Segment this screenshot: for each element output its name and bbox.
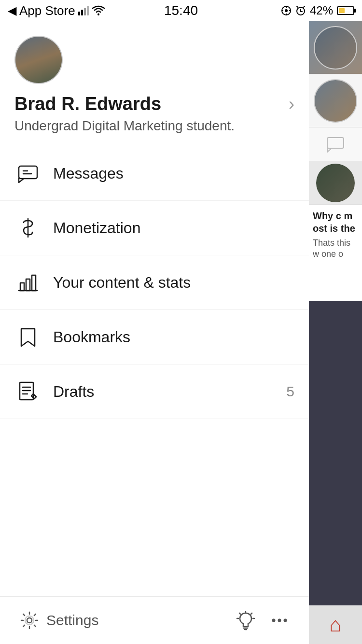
monetization-label: Monetization [53, 219, 140, 237]
svg-rect-18 [26, 279, 30, 291]
wifi-icon [92, 5, 105, 16]
menu-item-content-stats[interactable]: Your content & stats [0, 255, 309, 310]
svg-line-11 [304, 6, 305, 7]
lightbulb-icon[interactable] [236, 610, 256, 630]
right-article-circle [316, 164, 355, 202]
right-panel: Why c most is the Thats this w one o ⌂ [309, 21, 362, 644]
profile-bio: Undergrad Digital Marketing student. [14, 118, 235, 133]
home-icon: ⌂ [329, 613, 341, 636]
svg-line-10 [297, 6, 298, 7]
drawer-panel: Brad R. Edwards › Undergrad Digital Mark… [0, 21, 309, 644]
time-label: 15:40 [164, 3, 198, 18]
bookmarks-label: Bookmarks [53, 328, 130, 346]
profile-name-row: Brad R. Edwards › [14, 94, 294, 114]
svg-point-2 [285, 9, 288, 12]
bottom-bar: Settings [0, 596, 309, 644]
content-stats-label: Your content & stats [53, 274, 191, 292]
avatar[interactable] [14, 36, 63, 84]
drafts-badge: 5 [286, 383, 294, 400]
status-left: ◀ App Store [8, 3, 105, 18]
svg-rect-19 [32, 275, 36, 291]
menu-item-messages[interactable]: Messages [0, 146, 309, 201]
svg-line-31 [239, 613, 240, 614]
carrier-label: App Store [19, 3, 75, 18]
right-avatar-circle-1 [314, 26, 357, 70]
location-icon [281, 5, 292, 16]
right-message-icon [326, 135, 345, 154]
svg-point-35 [284, 619, 287, 622]
settings-label: Settings [46, 612, 98, 629]
menu-item-bookmarks[interactable]: Bookmarks [0, 310, 309, 364]
svg-line-32 [251, 613, 252, 614]
battery-icon [337, 6, 354, 15]
main-content: Brad R. Edwards › Undergrad Digital Mark… [0, 21, 362, 644]
svg-point-24 [27, 618, 32, 623]
svg-rect-12 [19, 166, 37, 179]
profile-name: Brad R. Edwards [14, 94, 161, 114]
svg-point-34 [278, 619, 281, 622]
right-avatar-2 [309, 74, 362, 127]
profile-section[interactable]: Brad R. Edwards › Undergrad Digital Mark… [0, 21, 309, 146]
drafts-icon [14, 378, 42, 405]
bottom-icons [236, 610, 290, 630]
right-article-body: Thats this w one o [313, 238, 358, 260]
back-arrow-icon: ◀ [8, 4, 16, 17]
content-stats-icon [14, 269, 42, 296]
right-message-icon-area [309, 127, 362, 161]
menu-item-drafts[interactable]: Drafts 5 [0, 364, 309, 419]
svg-point-0 [97, 14, 99, 15]
right-text-section: Why c most is the Thats this w one o [309, 205, 362, 301]
alarm-icon [295, 5, 306, 16]
right-article-avatar [309, 161, 362, 205]
right-article-title: Why c most is the [313, 210, 358, 235]
right-avatar-1 [309, 21, 362, 74]
drafts-label: Drafts [53, 383, 94, 401]
menu-item-monetization[interactable]: Monetization [0, 201, 309, 255]
messages-icon [14, 160, 42, 187]
right-dark-section [309, 301, 362, 605]
bookmarks-icon [14, 323, 42, 350]
right-avatar-circle-2 [314, 79, 357, 123]
svg-point-33 [272, 619, 276, 622]
status-right: 42% [281, 4, 354, 17]
settings-button[interactable]: Settings [19, 610, 98, 630]
signal-icon [78, 6, 89, 15]
messages-label: Messages [53, 165, 124, 182]
settings-icon [19, 610, 40, 630]
more-icon[interactable] [269, 610, 290, 630]
right-home-bar: ⌂ [309, 605, 362, 644]
svg-rect-17 [20, 283, 24, 291]
svg-point-25 [25, 616, 34, 625]
profile-chevron-icon[interactable]: › [289, 94, 294, 114]
battery-percent: 42% [310, 4, 333, 17]
menu-list: Messages Monetization [0, 146, 309, 596]
monetization-icon [14, 214, 42, 241]
svg-rect-36 [327, 138, 344, 148]
status-bar: ◀ App Store 15:40 [0, 0, 362, 21]
